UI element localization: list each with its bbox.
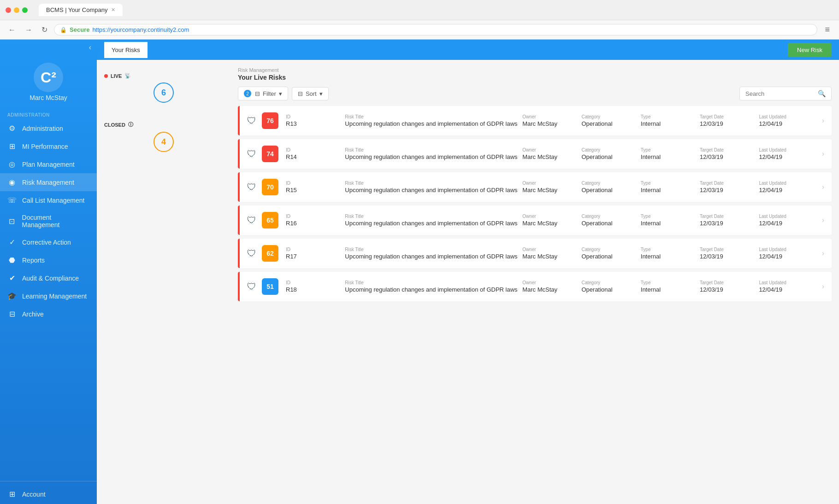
last-updated-label: Last Updated (759, 280, 818, 285)
browser-menu-icon[interactable]: ≡ (821, 23, 833, 36)
closed-label-text: CLOSED (104, 122, 125, 128)
risk-last-updated-field: Last Updated 12/04/19 (759, 214, 818, 227)
sidebar-item-reports[interactable]: ⬣ Reports (0, 251, 97, 269)
fullscreen-traffic-light[interactable] (22, 7, 28, 13)
risk-owner-field: Owner Marc McStay (522, 114, 581, 127)
risk-owner-field: Owner Marc McStay (522, 147, 581, 160)
forward-button[interactable]: → (22, 25, 35, 35)
browser-tab[interactable]: BCMS | Your Company ✕ (39, 4, 123, 16)
closed-label: CLOSED ⓘ (104, 121, 223, 128)
learning-icon: 🎓 (7, 292, 17, 300)
close-traffic-light[interactable] (6, 7, 11, 13)
target-date-value: 12/03/19 (700, 286, 759, 293)
tab-close-button[interactable]: ✕ (111, 7, 115, 13)
sidebar-item-audit-compliance[interactable]: ✔ Audit & Compliance (0, 269, 97, 287)
logo-text: C² (41, 69, 56, 86)
category-value: Operational (581, 120, 640, 127)
plan-icon: ◎ (7, 160, 17, 169)
main-content: Your Risks New Risk LIVE 📡 6 CLOSED (97, 40, 839, 504)
target-date-label: Target Date (700, 181, 759, 186)
target-date-label: Target Date (700, 214, 759, 219)
sidebar-item-corrective-action[interactable]: ✓ Corrective Action (0, 233, 97, 251)
risk-category-field: Category Operational (581, 247, 640, 260)
toolbar-left: 2 ⊟ Filter ▾ ⊟ Sort ▾ (238, 87, 329, 100)
owner-value: Marc McStay (522, 120, 581, 127)
audit-icon: ✔ (7, 274, 17, 282)
risk-title-field: Risk Title Upcoming regulation changes a… (345, 181, 522, 193)
title-value: Upcoming regulation changes and implemen… (345, 286, 522, 293)
sidebar-item-label: Archive (22, 311, 44, 318)
risk-list-panel: Risk Management Your Live Risks 2 ⊟ Filt… (230, 60, 839, 504)
risk-owner-field: Owner Marc McStay (522, 280, 581, 293)
risk-row-3[interactable]: 🛡 65 ID R16 Risk Title Upcoming regulati… (238, 205, 832, 235)
risk-type-field: Type Internal (641, 214, 700, 227)
reload-button[interactable]: ↻ (39, 24, 50, 35)
sidebar-collapse-button[interactable]: ‹ (89, 43, 91, 52)
phone-icon: ☏ (7, 196, 17, 205)
id-value: R18 (286, 286, 345, 293)
last-updated-value: 12/04/19 (759, 253, 818, 260)
type-label: Type (641, 114, 700, 119)
risk-target-date-field: Target Date 12/03/19 (700, 214, 759, 227)
risk-row-0[interactable]: 🛡 76 ID R13 Risk Title Upcoming regulati… (238, 106, 832, 135)
risk-target-date-field: Target Date 12/03/19 (700, 247, 759, 260)
risk-type-field: Type Internal (641, 147, 700, 160)
owner-label: Owner (522, 280, 581, 285)
owner-label: Owner (522, 147, 581, 152)
closed-count-badge[interactable]: 4 (154, 132, 174, 152)
shield-icon: 🛡 (247, 116, 256, 126)
sidebar-item-risk-management[interactable]: ◉ Risk Management (0, 173, 97, 191)
sidebar-logo: C² Marc McStay (0, 55, 97, 105)
title-label: Risk Title (345, 114, 522, 119)
new-risk-button[interactable]: New Risk (788, 43, 832, 57)
live-label-text: LIVE (111, 73, 122, 79)
target-date-value: 12/03/19 (700, 253, 759, 260)
sidebar-item-archive[interactable]: ⊟ Archive (0, 305, 97, 323)
target-date-value: 12/03/19 (700, 120, 759, 127)
search-box[interactable]: 🔍 (739, 87, 832, 100)
sidebar-item-mi-performance[interactable]: ⊞ MI Performance (0, 137, 97, 155)
row-chevron-icon: › (822, 183, 824, 191)
id-label: ID (286, 114, 345, 119)
live-count-badge[interactable]: 6 (154, 82, 174, 103)
risk-id-field: ID R16 (286, 214, 345, 227)
sidebar-item-call-list-management[interactable]: ☏ Call List Management (0, 191, 97, 209)
sidebar-item-label: Account (22, 491, 46, 498)
risk-row-2[interactable]: 🛡 70 ID R15 Risk Title Upcoming regulati… (238, 172, 832, 202)
title-value: Upcoming regulation changes and implemen… (345, 153, 522, 160)
risk-row-5[interactable]: 🛡 51 ID R18 Risk Title Upcoming regulati… (238, 272, 832, 301)
back-button[interactable]: ← (6, 25, 18, 35)
risk-target-date-field: Target Date 12/03/19 (700, 114, 759, 127)
sidebar-item-learning-management[interactable]: 🎓 Learning Management (0, 287, 97, 305)
sidebar-item-label: Administration (22, 125, 63, 132)
risk-type-field: Type Internal (641, 181, 700, 193)
risk-row-4[interactable]: 🛡 62 ID R17 Risk Title Upcoming regulati… (238, 239, 832, 268)
filter-chevron-icon: ▾ (279, 90, 282, 97)
last-updated-label: Last Updated (759, 181, 818, 186)
sidebar-item-account[interactable]: ⊞ Account (0, 485, 97, 503)
sidebar-item-label: Reports (22, 257, 45, 264)
archive-icon: ⊟ (7, 310, 17, 318)
app-container: ‹ C² Marc McStay Administration ⚙ Admini… (0, 40, 839, 504)
risk-icon: ◉ (7, 178, 17, 187)
user-name: Marc McStay (30, 94, 67, 101)
risk-owner-field: Owner Marc McStay (522, 247, 581, 260)
sidebar-item-document-management[interactable]: ⊡ Document Management (0, 209, 97, 233)
risk-row-1[interactable]: 🛡 74 ID R14 Risk Title Upcoming regulati… (238, 139, 832, 169)
sidebar-item-plan-management[interactable]: ◎ Plan Management (0, 155, 97, 173)
risk-category-field: Category Operational (581, 147, 640, 160)
filter-button[interactable]: 2 ⊟ Filter ▾ (238, 87, 288, 100)
page-tab[interactable]: Your Risks (104, 42, 148, 58)
title-value: Upcoming regulation changes and implemen… (345, 253, 522, 260)
type-value: Internal (641, 120, 700, 127)
risk-category-field: Category Operational (581, 114, 640, 127)
top-header: Your Risks New Risk (97, 40, 839, 60)
sort-button[interactable]: ⊟ Sort ▾ (292, 87, 329, 100)
minimize-traffic-light[interactable] (14, 7, 19, 13)
sidebar-item-administration[interactable]: ⚙ Administration (0, 119, 97, 137)
title-value: Upcoming regulation changes and implemen… (345, 187, 522, 193)
traffic-lights (6, 7, 28, 13)
address-bar[interactable]: 🔒 Secure https://yourcompany.continuity2… (54, 24, 817, 35)
target-date-value: 12/03/19 (700, 220, 759, 227)
search-input[interactable] (745, 90, 815, 97)
